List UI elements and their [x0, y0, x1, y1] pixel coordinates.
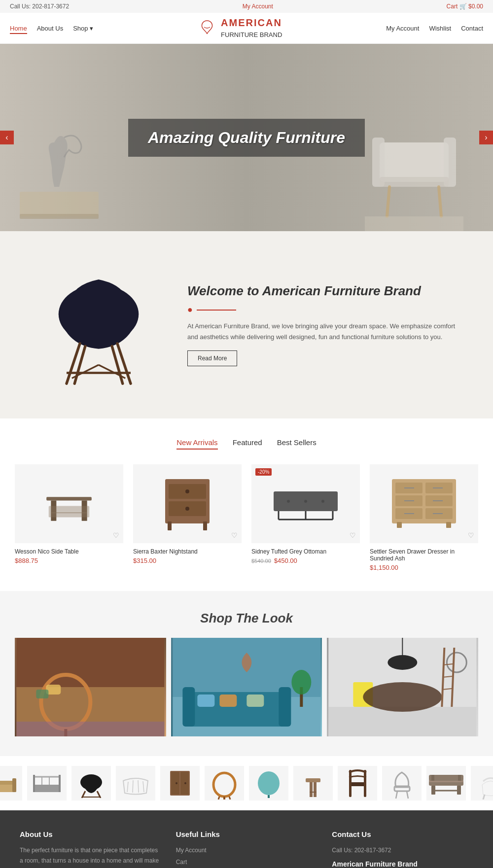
svg-rect-58: [16, 722, 164, 736]
wishlist-icon-4[interactable]: ♡: [468, 531, 474, 539]
category-chair-black[interactable]: [71, 766, 111, 800]
category-basket[interactable]: [116, 766, 155, 800]
product-name-1: Wesson Nico Side Table: [15, 548, 123, 555]
nav-left: Home About Us Shop ▾: [10, 24, 93, 33]
svg-line-16: [99, 365, 125, 378]
bentwood-icon: [344, 767, 371, 799]
svg-rect-27: [168, 521, 172, 530]
tab-best-sellers[interactable]: Best Sellers: [277, 438, 317, 450]
logo-brand: AMERICAN: [221, 17, 282, 28]
svg-rect-88: [33, 775, 35, 792]
product-image-1[interactable]: ♡: [15, 464, 123, 543]
hero-decor-left: [15, 123, 104, 231]
divider-line: [197, 310, 236, 311]
nav-item-about[interactable]: About Us: [37, 24, 63, 33]
welcome-heading: Welcome to American Furniture Brand: [187, 283, 463, 299]
svg-point-104: [176, 782, 177, 784]
nav-item-contact[interactable]: Contact: [461, 24, 483, 33]
svg-rect-1: [20, 214, 99, 219]
products-grid: ♡ Wesson Nico Side Table $888.75: [15, 464, 478, 571]
cart-label: Cart: [447, 3, 458, 10]
category-white-chair[interactable]: [471, 766, 493, 800]
look-item-2[interactable]: [171, 638, 322, 736]
svg-line-99: [138, 780, 139, 793]
footer-link-account[interactable]: My Account: [176, 845, 317, 854]
logo[interactable]: AMERICAN FURNITURE BRAND: [197, 17, 282, 39]
category-bed[interactable]: [0, 766, 22, 800]
category-stool[interactable]: [293, 766, 333, 800]
svg-point-76: [388, 655, 418, 670]
my-account-top-link[interactable]: My Account: [243, 3, 273, 10]
look-item-3[interactable]: [327, 638, 478, 736]
svg-rect-128: [431, 775, 434, 781]
category-cabinet[interactable]: [160, 766, 200, 800]
nav-item-shop[interactable]: Shop ▾: [73, 24, 93, 33]
cart-area[interactable]: Cart 🛒 $0.00: [447, 3, 483, 10]
tab-featured[interactable]: Featured: [233, 438, 262, 450]
svg-line-120: [396, 791, 397, 799]
product-card-1: ♡ Wesson Nico Side Table $888.75: [15, 464, 123, 571]
svg-line-15: [72, 365, 99, 378]
svg-rect-28: [203, 521, 207, 530]
svg-line-108: [218, 797, 219, 799]
logo-sub: FURNITURE BRAND: [221, 31, 282, 38]
hero-next-arrow[interactable]: ›: [479, 131, 493, 144]
wicker-chair-icon: [210, 767, 239, 799]
read-more-button[interactable]: Read More: [187, 350, 237, 366]
svg-rect-129: [458, 775, 461, 781]
logo-icon: [197, 18, 217, 38]
category-teal-chair[interactable]: [249, 766, 288, 800]
products-section: New Arrivals Featured Best Sellers ♡ Wes…: [0, 418, 493, 591]
footer: About Us The perfect furniture is that o…: [0, 810, 493, 868]
shop-look-heading: Shop The Look: [15, 611, 478, 626]
wishlist-icon-3[interactable]: ♡: [350, 531, 356, 539]
svg-line-130: [483, 795, 485, 799]
category-strip-section: [0, 756, 493, 810]
svg-point-26: [185, 507, 189, 511]
nav-item-account[interactable]: My Account: [386, 24, 419, 33]
svg-rect-119: [394, 786, 410, 791]
svg-rect-89: [59, 775, 61, 792]
category-ghost-chair[interactable]: [382, 766, 422, 800]
basket-icon: [121, 771, 150, 796]
svg-rect-50: [397, 522, 402, 528]
svg-line-121: [407, 791, 408, 799]
product-image-4[interactable]: ♡: [370, 464, 478, 543]
category-wicker-chair[interactable]: [205, 766, 244, 800]
product-card-3: -20% ♡ Sidney Tufted Grey Ottoman: [251, 464, 360, 571]
hero-prev-arrow[interactable]: ‹: [0, 131, 14, 144]
svg-point-30: [287, 500, 290, 503]
category-metal-bed[interactable]: [27, 766, 67, 800]
nav-right-links: My Account Wishlist Contact: [386, 24, 483, 33]
svg-point-68: [291, 670, 311, 694]
product-price-1: $888.75: [15, 557, 123, 564]
footer-about-body: The perfect furniture is that one piece …: [20, 845, 161, 868]
product-image-3[interactable]: -20% ♡: [251, 464, 360, 543]
bed-icon: [0, 771, 17, 796]
product-card-4: ♡ Settler Seven Drawer Dresser in Sundri…: [370, 464, 478, 571]
call-text: Call Us: 202-817-3672: [10, 3, 69, 10]
tab-new-arrivals[interactable]: New Arrivals: [176, 438, 217, 450]
svg-rect-118: [364, 770, 366, 797]
look-item-1[interactable]: [15, 638, 166, 736]
svg-point-24: [185, 489, 189, 493]
nav-item-wishlist[interactable]: Wishlist: [429, 24, 451, 33]
product-name-3: Sidney Tufted Grey Ottoman: [251, 548, 360, 555]
product-price-4: $1,150.00: [370, 564, 478, 571]
wishlist-icon-2[interactable]: ♡: [231, 531, 238, 539]
svg-rect-116: [350, 782, 365, 786]
stool-icon: [301, 768, 325, 798]
look-scene-1: [15, 638, 166, 736]
nav-item-home[interactable]: Home: [10, 24, 27, 33]
look-scene-3: [327, 638, 478, 736]
category-bench[interactable]: [426, 766, 466, 800]
svg-point-32: [321, 500, 324, 503]
wishlist-icon-1[interactable]: ♡: [113, 531, 119, 539]
footer-links-heading: Useful Links: [176, 830, 317, 838]
footer-phone: Call Us: 202-817-3672: [332, 845, 473, 855]
footer-link-cart[interactable]: Cart: [176, 857, 317, 866]
category-bentwood-chair[interactable]: [338, 766, 377, 800]
product-image-2[interactable]: ♡: [133, 464, 242, 543]
teal-chair-icon: [255, 768, 282, 798]
welcome-body: At American Furniture Brand, we love bri…: [187, 321, 463, 343]
